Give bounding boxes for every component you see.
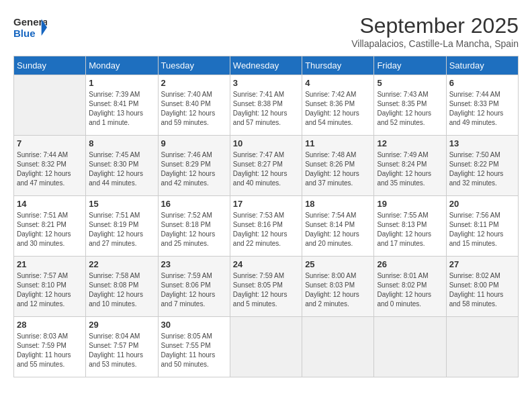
day-number: 12 bbox=[377, 138, 443, 148]
day-header-monday: Monday bbox=[86, 56, 158, 75]
day-header-saturday: Saturday bbox=[446, 56, 518, 75]
day-cell-27: 27Sunrise: 8:02 AM Sunset: 8:00 PM Dayli… bbox=[446, 257, 518, 317]
day-cell-14: 14Sunrise: 7:51 AM Sunset: 8:21 PM Dayli… bbox=[14, 196, 86, 257]
empty-cell bbox=[302, 317, 374, 377]
day-number: 21 bbox=[17, 259, 83, 269]
day-cell-3: 3Sunrise: 7:41 AM Sunset: 8:38 PM Daylig… bbox=[230, 75, 302, 136]
day-cell-9: 9Sunrise: 7:46 AM Sunset: 8:29 PM Daylig… bbox=[158, 136, 230, 196]
day-info: Sunrise: 7:40 AM Sunset: 8:40 PM Dayligh… bbox=[161, 90, 227, 128]
day-number: 19 bbox=[377, 199, 443, 209]
day-cell-6: 6Sunrise: 7:44 AM Sunset: 8:33 PM Daylig… bbox=[446, 75, 518, 136]
day-number: 28 bbox=[17, 320, 83, 330]
day-number: 26 bbox=[377, 259, 443, 269]
month-title: September 2025 bbox=[351, 13, 519, 38]
day-info: Sunrise: 7:51 AM Sunset: 8:19 PM Dayligh… bbox=[89, 211, 154, 248]
day-cell-24: 24Sunrise: 7:59 AM Sunset: 8:05 PM Dayli… bbox=[230, 257, 302, 317]
day-cell-19: 19Sunrise: 7:55 AM Sunset: 8:13 PM Dayli… bbox=[374, 196, 446, 257]
day-number: 8 bbox=[89, 138, 154, 148]
day-number: 18 bbox=[305, 199, 371, 209]
day-number: 23 bbox=[161, 259, 227, 269]
day-info: Sunrise: 7:46 AM Sunset: 8:29 PM Dayligh… bbox=[161, 150, 227, 188]
calendar-header-row: SundayMondayTuesdayWednesdayThursdayFrid… bbox=[14, 56, 519, 75]
empty-cell bbox=[446, 317, 518, 377]
day-cell-2: 2Sunrise: 7:40 AM Sunset: 8:40 PM Daylig… bbox=[158, 75, 230, 136]
day-info: Sunrise: 7:43 AM Sunset: 8:35 PM Dayligh… bbox=[377, 90, 443, 128]
day-number: 6 bbox=[449, 78, 515, 88]
day-number: 3 bbox=[233, 78, 299, 88]
day-info: Sunrise: 7:59 AM Sunset: 8:05 PM Dayligh… bbox=[233, 271, 299, 309]
day-info: Sunrise: 7:42 AM Sunset: 8:36 PM Dayligh… bbox=[305, 90, 371, 128]
day-cell-11: 11Sunrise: 7:48 AM Sunset: 8:26 PM Dayli… bbox=[302, 136, 374, 196]
day-cell-20: 20Sunrise: 7:56 AM Sunset: 8:11 PM Dayli… bbox=[446, 196, 518, 257]
day-info: Sunrise: 7:52 AM Sunset: 8:18 PM Dayligh… bbox=[161, 211, 227, 248]
day-header-sunday: Sunday bbox=[14, 56, 86, 75]
day-info: Sunrise: 8:02 AM Sunset: 8:00 PM Dayligh… bbox=[449, 271, 515, 309]
day-number: 5 bbox=[377, 78, 443, 88]
day-info: Sunrise: 8:00 AM Sunset: 8:03 PM Dayligh… bbox=[305, 271, 371, 309]
calendar-body: 1Sunrise: 7:39 AM Sunset: 8:41 PM Daylig… bbox=[14, 75, 519, 377]
day-cell-22: 22Sunrise: 7:58 AM Sunset: 8:08 PM Dayli… bbox=[86, 257, 158, 317]
day-info: Sunrise: 7:45 AM Sunset: 8:30 PM Dayligh… bbox=[89, 150, 154, 188]
day-cell-10: 10Sunrise: 7:47 AM Sunset: 8:27 PM Dayli… bbox=[230, 136, 302, 196]
day-number: 7 bbox=[17, 138, 83, 148]
day-info: Sunrise: 7:39 AM Sunset: 8:41 PM Dayligh… bbox=[89, 90, 154, 128]
week-row-4: 21Sunrise: 7:57 AM Sunset: 8:10 PM Dayli… bbox=[14, 257, 519, 317]
day-cell-28: 28Sunrise: 8:03 AM Sunset: 7:59 PM Dayli… bbox=[14, 317, 86, 377]
empty-cell bbox=[230, 317, 302, 377]
day-cell-30: 30Sunrise: 8:05 AM Sunset: 7:55 PM Dayli… bbox=[158, 317, 230, 377]
day-number: 4 bbox=[305, 78, 371, 88]
day-info: Sunrise: 7:47 AM Sunset: 8:27 PM Dayligh… bbox=[233, 150, 299, 188]
day-number: 16 bbox=[161, 199, 227, 209]
day-header-tuesday: Tuesday bbox=[158, 56, 230, 75]
day-number: 27 bbox=[449, 259, 515, 269]
day-number: 14 bbox=[17, 199, 83, 209]
day-number: 15 bbox=[89, 199, 154, 209]
day-cell-21: 21Sunrise: 7:57 AM Sunset: 8:10 PM Dayli… bbox=[14, 257, 86, 317]
day-number: 30 bbox=[161, 320, 227, 330]
day-info: Sunrise: 7:50 AM Sunset: 8:22 PM Dayligh… bbox=[449, 150, 515, 188]
day-cell-15: 15Sunrise: 7:51 AM Sunset: 8:19 PM Dayli… bbox=[86, 196, 158, 257]
day-cell-26: 26Sunrise: 8:01 AM Sunset: 8:02 PM Dayli… bbox=[374, 257, 446, 317]
day-cell-16: 16Sunrise: 7:52 AM Sunset: 8:18 PM Dayli… bbox=[158, 196, 230, 257]
day-cell-17: 17Sunrise: 7:53 AM Sunset: 8:16 PM Dayli… bbox=[230, 196, 302, 257]
day-number: 25 bbox=[305, 259, 371, 269]
day-number: 9 bbox=[161, 138, 227, 148]
logo-icon: General Blue bbox=[13, 13, 47, 40]
day-cell-5: 5Sunrise: 7:43 AM Sunset: 8:35 PM Daylig… bbox=[374, 75, 446, 136]
day-number: 10 bbox=[233, 138, 299, 148]
day-info: Sunrise: 7:55 AM Sunset: 8:13 PM Dayligh… bbox=[377, 211, 443, 248]
day-info: Sunrise: 7:51 AM Sunset: 8:21 PM Dayligh… bbox=[17, 211, 83, 248]
empty-cell bbox=[14, 75, 86, 136]
day-info: Sunrise: 7:44 AM Sunset: 8:33 PM Dayligh… bbox=[449, 90, 515, 128]
day-number: 17 bbox=[233, 199, 299, 209]
title-block: September 2025 Villapalacios, Castille-L… bbox=[351, 13, 519, 49]
day-info: Sunrise: 8:05 AM Sunset: 7:55 PM Dayligh… bbox=[161, 332, 227, 369]
day-cell-25: 25Sunrise: 8:00 AM Sunset: 8:03 PM Dayli… bbox=[302, 257, 374, 317]
svg-text:Blue: Blue bbox=[13, 28, 36, 39]
day-cell-18: 18Sunrise: 7:54 AM Sunset: 8:14 PM Dayli… bbox=[302, 196, 374, 257]
location: Villapalacios, Castille-La Mancha, Spain bbox=[351, 38, 519, 49]
day-cell-29: 29Sunrise: 8:04 AM Sunset: 7:57 PM Dayli… bbox=[86, 317, 158, 377]
day-info: Sunrise: 7:57 AM Sunset: 8:10 PM Dayligh… bbox=[17, 271, 83, 309]
day-number: 29 bbox=[89, 320, 154, 330]
day-info: Sunrise: 7:49 AM Sunset: 8:24 PM Dayligh… bbox=[377, 150, 443, 188]
day-cell-23: 23Sunrise: 7:59 AM Sunset: 8:06 PM Dayli… bbox=[158, 257, 230, 317]
day-cell-12: 12Sunrise: 7:49 AM Sunset: 8:24 PM Dayli… bbox=[374, 136, 446, 196]
day-info: Sunrise: 7:54 AM Sunset: 8:14 PM Dayligh… bbox=[305, 211, 371, 248]
day-cell-8: 8Sunrise: 7:45 AM Sunset: 8:30 PM Daylig… bbox=[86, 136, 158, 196]
day-info: Sunrise: 7:48 AM Sunset: 8:26 PM Dayligh… bbox=[305, 150, 371, 188]
calendar-table: SundayMondayTuesdayWednesdayThursdayFrid… bbox=[13, 56, 519, 377]
page-header: General Blue September 2025 Villapalacio… bbox=[13, 13, 519, 49]
day-info: Sunrise: 8:04 AM Sunset: 7:57 PM Dayligh… bbox=[89, 332, 154, 369]
day-info: Sunrise: 7:41 AM Sunset: 8:38 PM Dayligh… bbox=[233, 90, 299, 128]
day-number: 2 bbox=[161, 78, 227, 88]
day-info: Sunrise: 7:44 AM Sunset: 8:32 PM Dayligh… bbox=[17, 150, 83, 188]
day-cell-1: 1Sunrise: 7:39 AM Sunset: 8:41 PM Daylig… bbox=[86, 75, 158, 136]
day-info: Sunrise: 7:59 AM Sunset: 8:06 PM Dayligh… bbox=[161, 271, 227, 309]
day-number: 22 bbox=[89, 259, 154, 269]
logo: General Blue bbox=[13, 13, 50, 40]
day-number: 11 bbox=[305, 138, 371, 148]
day-cell-7: 7Sunrise: 7:44 AM Sunset: 8:32 PM Daylig… bbox=[14, 136, 86, 196]
day-number: 20 bbox=[449, 199, 515, 209]
week-row-5: 28Sunrise: 8:03 AM Sunset: 7:59 PM Dayli… bbox=[14, 317, 519, 377]
